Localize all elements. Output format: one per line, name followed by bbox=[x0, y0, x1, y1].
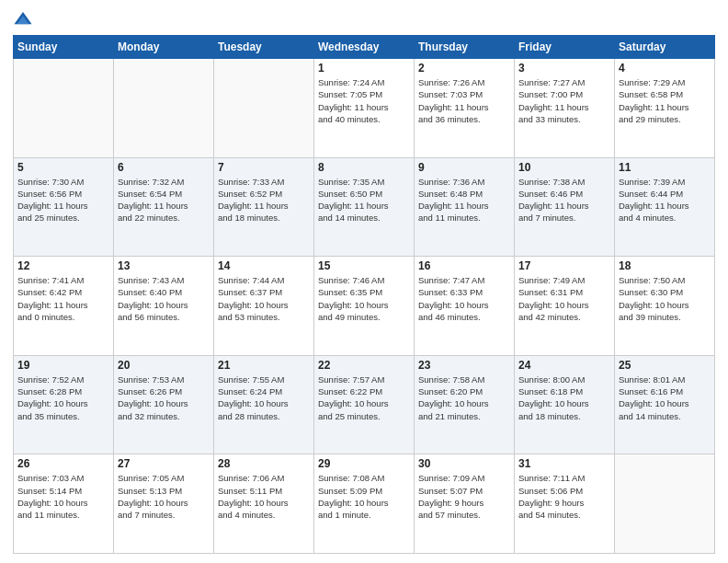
weekday-header-saturday: Saturday bbox=[615, 36, 715, 59]
day-number: 20 bbox=[118, 359, 210, 372]
day-info: Sunrise: 7:27 AM Sunset: 7:00 PM Dayligh… bbox=[518, 76, 610, 125]
calendar-week-2: 5Sunrise: 7:30 AM Sunset: 6:56 PM Daylig… bbox=[14, 157, 715, 257]
day-number: 31 bbox=[518, 457, 610, 470]
day-number: 17 bbox=[518, 259, 610, 272]
day-number: 7 bbox=[218, 161, 310, 174]
logo bbox=[13, 9, 37, 29]
day-info: Sunrise: 8:00 AM Sunset: 6:18 PM Dayligh… bbox=[518, 373, 610, 422]
day-info: Sunrise: 7:29 AM Sunset: 6:58 PM Dayligh… bbox=[619, 76, 711, 125]
calendar-week-4: 19Sunrise: 7:52 AM Sunset: 6:28 PM Dayli… bbox=[14, 355, 715, 454]
calendar-day: 14Sunrise: 7:44 AM Sunset: 6:37 PM Dayli… bbox=[214, 257, 314, 356]
weekday-header-tuesday: Tuesday bbox=[214, 36, 314, 59]
day-number: 4 bbox=[619, 62, 711, 75]
calendar-day: 18Sunrise: 7:50 AM Sunset: 6:30 PM Dayli… bbox=[615, 257, 715, 356]
day-info: Sunrise: 7:09 AM Sunset: 5:07 PM Dayligh… bbox=[418, 472, 510, 521]
day-info: Sunrise: 7:50 AM Sunset: 6:30 PM Dayligh… bbox=[619, 274, 711, 323]
day-number: 22 bbox=[318, 359, 410, 372]
day-number: 24 bbox=[518, 359, 610, 372]
day-info: Sunrise: 7:30 AM Sunset: 6:56 PM Dayligh… bbox=[17, 176, 109, 224]
day-info: Sunrise: 7:55 AM Sunset: 6:24 PM Dayligh… bbox=[218, 373, 310, 422]
day-number: 6 bbox=[118, 161, 210, 174]
calendar-day: 1Sunrise: 7:24 AM Sunset: 7:05 PM Daylig… bbox=[314, 59, 415, 158]
calendar-header-row: SundayMondayTuesdayWednesdayThursdayFrid… bbox=[14, 36, 715, 59]
day-info: Sunrise: 8:01 AM Sunset: 6:16 PM Dayligh… bbox=[619, 373, 711, 422]
day-number: 18 bbox=[619, 259, 711, 272]
calendar-day: 16Sunrise: 7:47 AM Sunset: 6:33 PM Dayli… bbox=[415, 257, 515, 356]
day-info: Sunrise: 7:08 AM Sunset: 5:09 PM Dayligh… bbox=[318, 472, 410, 521]
calendar-day: 17Sunrise: 7:49 AM Sunset: 6:31 PM Dayli… bbox=[515, 257, 615, 356]
calendar-day: 10Sunrise: 7:38 AM Sunset: 6:46 PM Dayli… bbox=[515, 157, 615, 257]
calendar-day: 30Sunrise: 7:09 AM Sunset: 5:07 PM Dayli… bbox=[415, 454, 515, 554]
calendar-day: 5Sunrise: 7:30 AM Sunset: 6:56 PM Daylig… bbox=[14, 157, 114, 257]
day-number: 19 bbox=[17, 359, 109, 372]
day-number: 30 bbox=[418, 457, 510, 470]
calendar-day bbox=[214, 59, 314, 158]
day-info: Sunrise: 7:44 AM Sunset: 6:37 PM Dayligh… bbox=[218, 274, 310, 323]
day-number: 12 bbox=[17, 259, 109, 272]
day-info: Sunrise: 7:26 AM Sunset: 7:03 PM Dayligh… bbox=[418, 76, 510, 125]
calendar-day: 22Sunrise: 7:57 AM Sunset: 6:22 PM Dayli… bbox=[314, 355, 415, 454]
calendar-day: 9Sunrise: 7:36 AM Sunset: 6:48 PM Daylig… bbox=[415, 157, 515, 257]
day-info: Sunrise: 7:52 AM Sunset: 6:28 PM Dayligh… bbox=[17, 373, 109, 422]
day-info: Sunrise: 7:11 AM Sunset: 5:06 PM Dayligh… bbox=[518, 472, 610, 521]
day-info: Sunrise: 7:39 AM Sunset: 6:44 PM Dayligh… bbox=[619, 176, 711, 224]
day-info: Sunrise: 7:35 AM Sunset: 6:50 PM Dayligh… bbox=[318, 176, 410, 224]
day-number: 8 bbox=[318, 161, 410, 174]
calendar-day: 11Sunrise: 7:39 AM Sunset: 6:44 PM Dayli… bbox=[615, 157, 715, 257]
day-info: Sunrise: 7:33 AM Sunset: 6:52 PM Dayligh… bbox=[218, 176, 310, 224]
day-info: Sunrise: 7:47 AM Sunset: 6:33 PM Dayligh… bbox=[418, 274, 510, 323]
page-container: SundayMondayTuesdayWednesdayThursdayFrid… bbox=[0, 0, 728, 563]
calendar-day: 3Sunrise: 7:27 AM Sunset: 7:00 PM Daylig… bbox=[515, 59, 615, 158]
day-number: 23 bbox=[418, 359, 510, 372]
weekday-header-monday: Monday bbox=[114, 36, 214, 59]
weekday-header-wednesday: Wednesday bbox=[314, 36, 415, 59]
day-number: 10 bbox=[518, 161, 610, 174]
calendar-day bbox=[615, 454, 715, 554]
calendar-day: 23Sunrise: 7:58 AM Sunset: 6:20 PM Dayli… bbox=[415, 355, 515, 454]
header bbox=[13, 9, 715, 29]
day-number: 5 bbox=[17, 161, 109, 174]
calendar-day: 13Sunrise: 7:43 AM Sunset: 6:40 PM Dayli… bbox=[114, 257, 214, 356]
calendar-week-1: 1Sunrise: 7:24 AM Sunset: 7:05 PM Daylig… bbox=[14, 59, 715, 158]
day-number: 1 bbox=[318, 62, 410, 75]
day-info: Sunrise: 7:49 AM Sunset: 6:31 PM Dayligh… bbox=[518, 274, 610, 323]
calendar-day: 21Sunrise: 7:55 AM Sunset: 6:24 PM Dayli… bbox=[214, 355, 314, 454]
calendar-day: 12Sunrise: 7:41 AM Sunset: 6:42 PM Dayli… bbox=[14, 257, 114, 356]
calendar-day: 25Sunrise: 8:01 AM Sunset: 6:16 PM Dayli… bbox=[615, 355, 715, 454]
calendar-day: 6Sunrise: 7:32 AM Sunset: 6:54 PM Daylig… bbox=[114, 157, 214, 257]
calendar-day bbox=[114, 59, 214, 158]
calendar-day: 28Sunrise: 7:06 AM Sunset: 5:11 PM Dayli… bbox=[214, 454, 314, 554]
day-number: 13 bbox=[118, 259, 210, 272]
calendar-day: 7Sunrise: 7:33 AM Sunset: 6:52 PM Daylig… bbox=[214, 157, 314, 257]
calendar-week-3: 12Sunrise: 7:41 AM Sunset: 6:42 PM Dayli… bbox=[14, 257, 715, 356]
logo-icon bbox=[13, 9, 33, 29]
weekday-header-thursday: Thursday bbox=[415, 36, 515, 59]
day-info: Sunrise: 7:03 AM Sunset: 5:14 PM Dayligh… bbox=[17, 472, 109, 521]
day-number: 21 bbox=[218, 359, 310, 372]
day-number: 26 bbox=[17, 457, 109, 470]
calendar-day: 31Sunrise: 7:11 AM Sunset: 5:06 PM Dayli… bbox=[515, 454, 615, 554]
day-info: Sunrise: 7:36 AM Sunset: 6:48 PM Dayligh… bbox=[418, 176, 510, 224]
day-number: 15 bbox=[318, 259, 410, 272]
calendar-day: 19Sunrise: 7:52 AM Sunset: 6:28 PM Dayli… bbox=[14, 355, 114, 454]
day-info: Sunrise: 7:32 AM Sunset: 6:54 PM Dayligh… bbox=[118, 176, 210, 224]
day-number: 2 bbox=[418, 62, 510, 75]
calendar-day: 15Sunrise: 7:46 AM Sunset: 6:35 PM Dayli… bbox=[314, 257, 415, 356]
day-number: 11 bbox=[619, 161, 711, 174]
day-info: Sunrise: 7:41 AM Sunset: 6:42 PM Dayligh… bbox=[17, 274, 109, 323]
day-info: Sunrise: 7:46 AM Sunset: 6:35 PM Dayligh… bbox=[318, 274, 410, 323]
day-number: 29 bbox=[318, 457, 410, 470]
calendar-day: 2Sunrise: 7:26 AM Sunset: 7:03 PM Daylig… bbox=[415, 59, 515, 158]
day-info: Sunrise: 7:57 AM Sunset: 6:22 PM Dayligh… bbox=[318, 373, 410, 422]
calendar-day: 8Sunrise: 7:35 AM Sunset: 6:50 PM Daylig… bbox=[314, 157, 415, 257]
day-number: 25 bbox=[619, 359, 711, 372]
day-number: 9 bbox=[418, 161, 510, 174]
day-info: Sunrise: 7:38 AM Sunset: 6:46 PM Dayligh… bbox=[518, 176, 610, 224]
weekday-header-friday: Friday bbox=[515, 36, 615, 59]
day-info: Sunrise: 7:53 AM Sunset: 6:26 PM Dayligh… bbox=[118, 373, 210, 422]
calendar-week-5: 26Sunrise: 7:03 AM Sunset: 5:14 PM Dayli… bbox=[14, 454, 715, 554]
day-number: 28 bbox=[218, 457, 310, 470]
calendar-day: 29Sunrise: 7:08 AM Sunset: 5:09 PM Dayli… bbox=[314, 454, 415, 554]
calendar-day: 27Sunrise: 7:05 AM Sunset: 5:13 PM Dayli… bbox=[114, 454, 214, 554]
calendar-day: 20Sunrise: 7:53 AM Sunset: 6:26 PM Dayli… bbox=[114, 355, 214, 454]
